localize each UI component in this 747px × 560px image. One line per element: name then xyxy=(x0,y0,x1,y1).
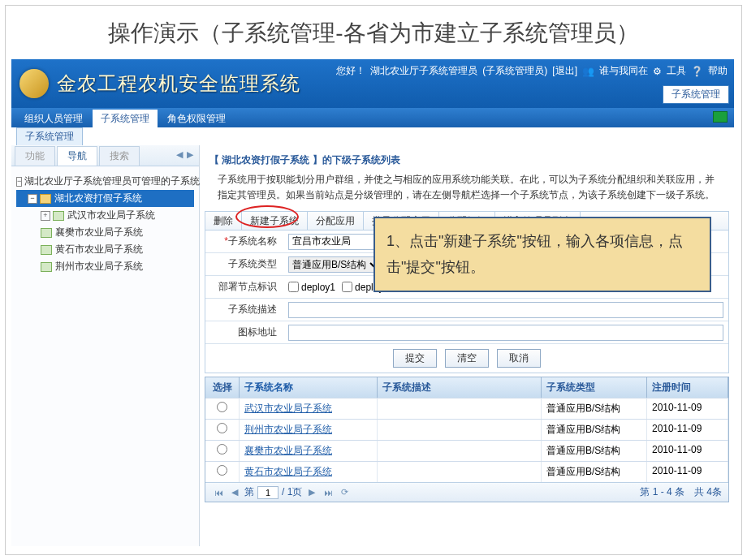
tree-toggle-icon[interactable]: + xyxy=(41,211,50,221)
tab-subsystem[interactable]: 子系统管理 xyxy=(93,110,158,127)
left-panel: 功能 导航 搜索 ◀ ▶ − 湖北农业厅子系统管理员可管理的子系统 − 湖北农资… xyxy=(11,145,200,546)
tree-leaf[interactable]: 黄石市农业局子系统 xyxy=(16,241,194,258)
left-tab-nav[interactable]: 导航 xyxy=(57,146,97,166)
top-tab-bar: 组织人员管理 子系统管理 角色权限管理 xyxy=(11,108,734,127)
deploy1-checkbox[interactable] xyxy=(288,282,299,292)
subsystem-type-select[interactable]: 普通应用B/S结构 xyxy=(288,256,381,273)
tools-link[interactable]: 工具 xyxy=(667,64,686,78)
table-row: 武汉市农业局子系统普通应用B/S结构2010-11-09 xyxy=(205,398,728,419)
next-page-button[interactable]: ▶ xyxy=(305,486,318,499)
first-page-button[interactable]: ⏮ xyxy=(212,486,225,499)
pager-summary: 第 1 - 4 条 共 4条 xyxy=(640,485,722,499)
pager-prefix: 第 xyxy=(244,485,254,499)
nav-tree: − 湖北农业厅子系统管理员可管理的子系统 − 湖北农资打假子系统 + 武汉市农业… xyxy=(11,166,199,282)
current-user: 湖北农业厅子系统管理员 xyxy=(370,64,477,78)
label-subsystem-type: 子系统类型 xyxy=(205,253,283,275)
row-select-radio[interactable] xyxy=(217,444,227,454)
col-select: 选择 xyxy=(205,377,240,398)
col-desc[interactable]: 子系统描述 xyxy=(378,377,542,398)
tree-root-label: 湖北农业厅子系统管理员可管理的子系统 xyxy=(24,174,200,188)
new-subsystem-button[interactable]: 新建子系统 xyxy=(242,212,308,230)
tab-role[interactable]: 角色权限管理 xyxy=(159,110,234,127)
panel-title: 【 湖北农资打假子系统 】的下级子系统列表 xyxy=(205,150,729,172)
tree-node-label: 湖北农资打假子系统 xyxy=(54,192,142,205)
row-type: 普通应用B/S结构 xyxy=(542,420,647,440)
row-select-radio[interactable] xyxy=(217,402,227,412)
tab-org[interactable]: 组织人员管理 xyxy=(16,110,91,127)
subsystem-desc-input[interactable] xyxy=(288,302,723,318)
chevron-left-icon[interactable]: ◀ xyxy=(175,149,184,160)
deploy2-checkbox[interactable] xyxy=(342,282,352,292)
header-user-bar: 您好！ 湖北农业厅子系统管理员 (子系统管理员) [退出] 👥 谁与我同在 ⚙ … xyxy=(336,64,728,78)
col-date[interactable]: 注册时间 xyxy=(647,377,728,398)
row-name-link[interactable]: 黄石市农业局子系统 xyxy=(240,462,378,482)
prev-page-button[interactable]: ◀ xyxy=(228,486,241,499)
left-tab-function[interactable]: 功能 xyxy=(15,146,55,166)
help-link[interactable]: 帮助 xyxy=(708,64,728,78)
delete-button[interactable]: 删除 xyxy=(205,212,242,230)
label-subsystem-desc: 子系统描述 xyxy=(205,299,283,321)
row-type: 普通应用B/S结构 xyxy=(542,441,647,461)
greeting: 您好！ xyxy=(336,64,365,78)
label-subsystem-name: *子系统名称 xyxy=(205,230,283,252)
submit-button[interactable]: 提交 xyxy=(393,349,437,368)
clear-button[interactable]: 清空 xyxy=(445,349,489,368)
subsystem-grid: 选择 子系统名称 子系统描述 子系统类型 注册时间 武汉市农业局子系统普通应用B… xyxy=(205,377,729,502)
gear-icon: ⚙ xyxy=(653,66,662,77)
instruction-callout: 1、点击"新建子系统"按钮，输入各项信息，点击"提交"按钮。 xyxy=(374,217,711,292)
table-row: 襄樊市农业局子系统普通应用B/S结构2010-11-09 xyxy=(205,440,728,461)
icon-url-input[interactable] xyxy=(288,325,723,341)
row-type: 普通应用B/S结构 xyxy=(542,398,647,419)
row-desc xyxy=(378,462,542,482)
leaf-icon xyxy=(53,211,64,221)
slide-title: 操作演示（子系统管理-各省为市建立子系统管理员） xyxy=(0,18,747,49)
grid-footer: ⏮ ◀ 第 / 1页 ▶ ⏭ ⟳ 第 1 - 4 条 共 4条 xyxy=(205,482,728,502)
row-name-link[interactable]: 武汉市农业局子系统 xyxy=(240,398,378,419)
last-page-button[interactable]: ⏭ xyxy=(322,486,335,499)
work-area: 功能 导航 搜索 ◀ ▶ − 湖北农业厅子系统管理员可管理的子系统 − 湖北农资… xyxy=(11,145,734,546)
status-icon xyxy=(713,111,728,123)
row-name-link[interactable]: 荆州市农业局子系统 xyxy=(240,420,378,440)
tree-toggle-icon[interactable]: − xyxy=(16,177,22,187)
row-name-link[interactable]: 襄樊市农业局子系统 xyxy=(240,441,378,461)
deploy1-label: deploy1 xyxy=(301,282,335,293)
tree-node-hubei[interactable]: − 湖北农资打假子系统 xyxy=(16,190,194,207)
total-pages: / 1页 xyxy=(282,485,302,499)
page-input[interactable] xyxy=(257,486,279,499)
tree-root[interactable]: − 湖北农业厅子系统管理员可管理的子系统 xyxy=(16,173,194,190)
tree-toggle-icon[interactable]: − xyxy=(28,194,37,204)
pager: ⏮ ◀ 第 / 1页 ▶ ⏭ ⟳ xyxy=(212,485,351,499)
tree-leaf[interactable]: + 武汉市农业局子系统 xyxy=(16,207,194,224)
row-select-radio[interactable] xyxy=(217,423,227,433)
who-online-link[interactable]: 谁与我同在 xyxy=(599,64,648,78)
leaf-icon xyxy=(41,262,52,272)
leaf-icon xyxy=(41,228,52,238)
left-tab-search[interactable]: 搜索 xyxy=(99,146,140,166)
right-panel: 【 湖北农资打假子系统 】的下级子系统列表 子系统用于按职能划分用户群组，并使之… xyxy=(200,145,734,546)
logout-link[interactable]: [退出] xyxy=(552,64,577,78)
col-name[interactable]: 子系统名称 xyxy=(240,377,378,398)
sub-tab-subsystem[interactable]: 子系统管理 xyxy=(16,127,83,145)
assign-app-button[interactable]: 分配应用 xyxy=(308,212,364,230)
panel-description: 子系统用于按职能划分用户群组，并使之与相应的应用系统功能关联。在此，可以为子系统… xyxy=(205,172,729,211)
table-row: 黄石市农业局子系统普通应用B/S结构2010-11-09 xyxy=(205,461,728,482)
current-role: (子系统管理员) xyxy=(482,64,547,78)
row-date: 2010-11-09 xyxy=(647,398,728,419)
refresh-button[interactable]: ⟳ xyxy=(338,486,351,499)
sub-tab-row: 子系统管理 xyxy=(11,127,734,145)
subsystem-button[interactable]: 子系统管理 xyxy=(663,85,729,104)
app-name: 金农工程农机安全监理系统 xyxy=(57,71,300,97)
leaf-icon xyxy=(41,245,52,255)
tree-leaf-label: 武汉市农业局子系统 xyxy=(67,209,155,222)
folder-icon xyxy=(40,194,51,204)
tree-leaf[interactable]: 荆州市农业局子系统 xyxy=(16,258,194,275)
row-date: 2010-11-09 xyxy=(647,420,728,440)
col-type[interactable]: 子系统类型 xyxy=(542,377,647,398)
tree-leaf-label: 荆州市农业局子系统 xyxy=(55,260,143,274)
tree-leaf[interactable]: 襄樊市农业局子系统 xyxy=(16,224,194,241)
row-select-radio[interactable] xyxy=(217,465,227,476)
chevron-right-icon[interactable]: ▶ xyxy=(186,149,194,160)
tree-leaf-label: 襄樊市农业局子系统 xyxy=(55,226,143,239)
user-icon: 👥 xyxy=(582,66,594,77)
cancel-button[interactable]: 取消 xyxy=(497,349,541,368)
